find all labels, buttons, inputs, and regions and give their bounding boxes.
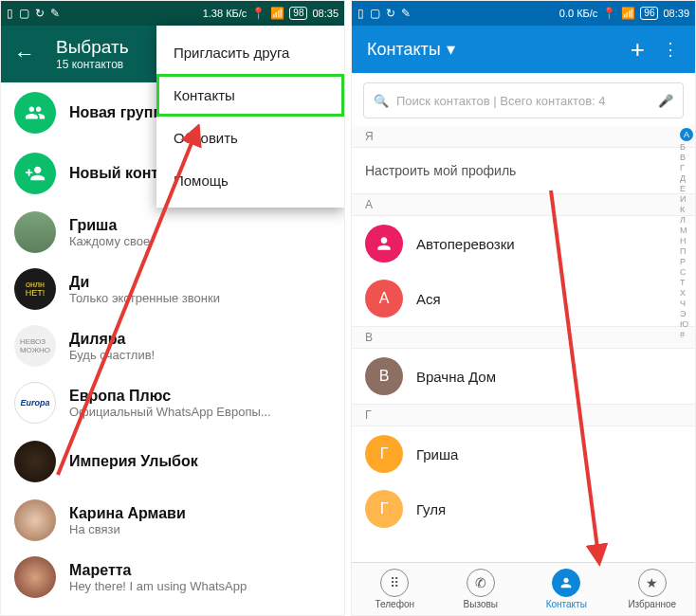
sd-icon: ▢ xyxy=(370,7,380,20)
clock: 08:35 xyxy=(312,8,339,19)
avatar xyxy=(14,441,56,482)
nav-label: Контакты xyxy=(546,599,587,609)
avatar: Г xyxy=(365,435,403,473)
contact-status: На связи xyxy=(69,522,186,536)
sim-icon: ▯ xyxy=(7,7,13,20)
header-title-text: Контакты xyxy=(367,40,441,60)
location-icon: 📍 xyxy=(251,7,266,20)
letter-section: Г xyxy=(352,404,695,426)
statusbar-right: ▯ ▢ ↻ ✎ 0.0 КБ/с 📍 📶 96 08:39 xyxy=(352,1,695,26)
contact-row[interactable]: Империя Улыбок xyxy=(1,431,344,492)
header-subtitle: 15 контактов xyxy=(56,58,129,71)
sd-icon: ▢ xyxy=(19,7,29,20)
overflow-menu: Пригласить друга Контакты Обновить Помощ… xyxy=(156,26,344,208)
search-bar[interactable]: 🔍 Поиск контактов | Всего контактов: 4 🎤 xyxy=(363,82,684,118)
menu-help[interactable]: Помощь xyxy=(156,159,344,202)
add-contact-icon[interactable]: + xyxy=(631,35,645,64)
avatar: онлнНЕТ! xyxy=(14,268,56,310)
back-arrow-icon[interactable]: ← xyxy=(14,42,35,66)
nav-label: Телефон xyxy=(375,599,414,609)
bottom-nav: ⠿ Телефон ✆ Вызовы Контакты ★ Избранное xyxy=(352,562,695,615)
contact-name: Европа Плюс xyxy=(69,388,271,405)
contact-name: Диляра xyxy=(69,331,155,348)
contact-name: Империя Улыбок xyxy=(69,453,198,470)
statusbar-left: ▯ ▢ ↻ ✎ 1.38 КБ/с 📍 📶 98 08:35 xyxy=(1,1,344,26)
battery-pill: 96 xyxy=(640,7,658,20)
avatar xyxy=(365,225,403,263)
contact-row[interactable]: онлнНЕТ! Ди Только экстренные звонки xyxy=(1,261,344,317)
menu-refresh[interactable]: Обновить xyxy=(156,117,344,159)
contact-row[interactable]: Карина Армави На связи xyxy=(1,492,344,549)
group-icon xyxy=(14,92,56,134)
alpha-index[interactable]: АБВГДЕИКЛМНПРСТХЧЭЮ# xyxy=(680,126,693,339)
nav-favorites[interactable]: ★ Избранное xyxy=(610,563,696,615)
net-rate: 1.38 КБ/с xyxy=(203,8,247,19)
setup-profile-row[interactable]: Настроить мой профиль xyxy=(352,148,695,193)
contacts-app-screen: ▯ ▢ ↻ ✎ 0.0 КБ/с 📍 📶 96 08:39 Контакты ▾… xyxy=(351,0,696,616)
contact-row[interactable]: Г Гриша xyxy=(352,426,695,481)
personores-icon xyxy=(552,569,580,597)
phone-icon: ✆ xyxy=(467,569,495,597)
avatar: Europa xyxy=(14,382,56,424)
brush-icon: ✎ xyxy=(50,7,60,20)
dialpad-icon: ⠿ xyxy=(380,569,409,597)
contact-status: Hey there! I am using WhatsApp xyxy=(69,579,247,593)
contact-name: Гриша xyxy=(416,446,458,462)
contact-row[interactable]: Г Гуля xyxy=(352,481,695,536)
profile-row-label: Настроить мой профиль xyxy=(365,163,516,178)
net-rate: 0.0 КБ/с xyxy=(559,8,598,19)
contact-row[interactable]: Автоперевозки xyxy=(352,216,695,271)
contact-name: Врачна Дом xyxy=(416,369,496,385)
avatar xyxy=(14,556,56,598)
contact-row[interactable]: Маретта Hey there! I am using WhatsApp xyxy=(1,549,344,606)
nav-label: Избранное xyxy=(628,599,676,609)
contact-name: Ася xyxy=(416,291,441,307)
letter-section: А xyxy=(352,193,695,216)
contact-status: Только экстренные звонки xyxy=(69,291,220,305)
avatar xyxy=(14,499,56,541)
nav-contacts[interactable]: Контакты xyxy=(523,563,610,615)
search-icon: 🔍 xyxy=(374,94,389,108)
star-icon: ★ xyxy=(638,569,667,597)
contact-status: Официальный WhatsApp Европы... xyxy=(69,405,271,419)
contact-row[interactable]: В Врачна Дом xyxy=(352,349,695,404)
avatar: В xyxy=(365,357,403,395)
wifi-icon: 📶 xyxy=(270,7,284,20)
avatar: Г xyxy=(365,490,403,528)
contact-name: Автоперевозки xyxy=(416,236,515,252)
search-placeholder: Поиск контактов | Всего контактов: 4 xyxy=(396,94,650,108)
whatsapp-screen: ▯ ▢ ↻ ✎ 1.38 КБ/с 📍 📶 98 08:35 ← Выбрать… xyxy=(0,0,345,616)
nav-calls[interactable]: ✆ Вызовы xyxy=(438,563,524,615)
person-plus-icon xyxy=(14,153,56,194)
contact-row[interactable]: А Ася xyxy=(352,271,695,326)
mic-icon[interactable]: 🎤 xyxy=(658,94,673,108)
contact-status: Каждому свое xyxy=(69,234,150,248)
letter-section: Я xyxy=(352,126,695,148)
avatar: НЕВОЗМОЖНО xyxy=(14,325,56,367)
battery-pill: 98 xyxy=(289,7,307,20)
contact-name: Карина Армави xyxy=(69,505,186,522)
contact-name: Ди xyxy=(69,274,220,291)
menu-invite-friend[interactable]: Пригласить друга xyxy=(156,31,344,74)
header-title-dropdown[interactable]: Контакты ▾ xyxy=(367,39,455,60)
header-title: Выбрать xyxy=(56,37,129,58)
avatar xyxy=(14,211,56,253)
contact-name: Маретта xyxy=(69,562,247,579)
letter-section: В xyxy=(352,326,695,349)
contact-row[interactable]: НЕВОЗМОЖНО Диляра Будь счастлив! xyxy=(1,317,344,374)
contact-row[interactable]: Europa Европа Плюс Официальный WhatsApp … xyxy=(1,374,344,431)
nav-label: Вызовы xyxy=(464,599,498,609)
more-menu-icon[interactable]: ⋮ xyxy=(662,39,680,60)
contact-row[interactable]: Гриша Каждому свое xyxy=(1,204,344,261)
contact-status: Будь счастлив! xyxy=(69,348,155,362)
row-label: Новая группа xyxy=(69,104,171,121)
contacts-header: Контакты ▾ + ⋮ xyxy=(352,26,695,73)
contact-name: Гриша xyxy=(69,217,150,234)
menu-contacts[interactable]: Контакты xyxy=(156,74,344,117)
refresh-icon: ↻ xyxy=(386,7,395,20)
sim-icon: ▯ xyxy=(357,7,364,20)
wifi-icon: 📶 xyxy=(621,7,635,20)
nav-phone[interactable]: ⠿ Телефон xyxy=(352,563,438,615)
clock: 08:39 xyxy=(663,8,689,19)
contacts-body: Я Настроить мой профиль А Автоперевозки … xyxy=(352,126,695,562)
